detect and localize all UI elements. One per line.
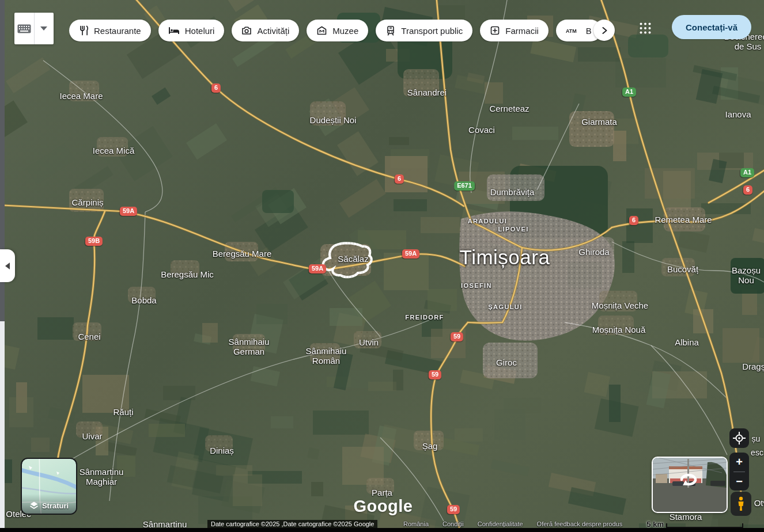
chip-label: Hoteluri: [185, 26, 215, 36]
chevron-left-icon: [5, 263, 10, 269]
zoom-controls: + −: [729, 453, 749, 491]
footer-link[interactable]: Oferă feedback despre produs: [537, 520, 623, 528]
activities-icon: [241, 25, 252, 36]
map-attribution: Date cartografice ©2025 ,Date cartografi…: [207, 520, 377, 528]
scale-label: 5 km: [646, 520, 664, 528]
keyboard-icon: [17, 24, 31, 33]
map-footer: Date cartografice ©2025 ,Date cartografi…: [0, 520, 764, 528]
collapse-side-panel-button[interactable]: [0, 249, 15, 282]
pegman-icon: [736, 496, 746, 511]
layers-icon: [29, 501, 39, 510]
category-chips-bar: Restaurante Hoteluri Activități Muzee: [69, 19, 614, 42]
layers-label: Straturi: [42, 501, 69, 510]
chip-label: Restaurante: [94, 26, 141, 36]
zoom-out-button[interactable]: −: [729, 472, 749, 491]
google-maps-app: Iecea MareIecea MicăCărpinișDudeștii Noi…: [0, 0, 764, 532]
footer-link[interactable]: România: [403, 520, 429, 528]
chip-museums[interactable]: Muzee: [307, 20, 368, 41]
restaurants-icon: [79, 25, 89, 36]
chip-label: Farmacii: [505, 26, 539, 36]
street-view-thumbnail[interactable]: [652, 457, 728, 513]
transit-icon: [385, 25, 396, 36]
my-location-button[interactable]: [729, 428, 749, 448]
chip-restaurants[interactable]: Restaurante: [69, 20, 151, 41]
footer-link[interactable]: Confidențialitate: [478, 520, 523, 528]
layers-widget[interactable]: Straturi: [21, 458, 77, 515]
my-location-target-icon: [733, 432, 746, 444]
footer-link[interactable]: Condiții: [442, 520, 464, 528]
chip-transit[interactable]: Transport public: [376, 20, 472, 41]
pegman-button[interactable]: [731, 492, 751, 516]
dropdown-arrow-icon: [40, 26, 47, 31]
keyboard-input-widget: [14, 13, 54, 44]
street-view-preview: [653, 458, 727, 512]
keyboard-dropdown-button[interactable]: [35, 13, 54, 44]
footer-links: RomâniaCondițiiConfidențialitateOferă fe…: [403, 520, 622, 528]
map-scale: 5 km: [646, 520, 743, 528]
chevron-right-icon: [601, 26, 608, 35]
chip-label: Muzee: [332, 26, 358, 36]
scale-bar: [666, 523, 743, 528]
hotels-icon: [168, 25, 180, 36]
google-apps-grid-icon: [639, 22, 652, 35]
chip-pharmacies[interactable]: Farmacii: [480, 20, 549, 41]
chip-hotels[interactable]: Hoteluri: [158, 20, 225, 41]
svg-text:ATM: ATM: [566, 28, 577, 34]
chip-activities[interactable]: Activități: [232, 20, 299, 41]
chip-label: B: [586, 26, 592, 36]
sign-in-button[interactable]: Conectați-vă: [672, 15, 751, 39]
map-satellite-layer: [0, 0, 764, 532]
chip-label: Transport public: [401, 26, 463, 36]
google-apps-button[interactable]: [638, 21, 653, 36]
chip-label: Activități: [257, 26, 289, 36]
pharmacies-icon: [490, 25, 500, 36]
keyboard-button[interactable]: [14, 13, 34, 44]
museums-icon: [316, 25, 327, 36]
more-categories-button[interactable]: [593, 20, 615, 41]
atm-icon: ATM: [566, 26, 581, 35]
side-panel-edge-light: [0, 321, 5, 528]
zoom-in-button[interactable]: +: [729, 453, 749, 472]
window-bottom-edge: [0, 528, 764, 532]
